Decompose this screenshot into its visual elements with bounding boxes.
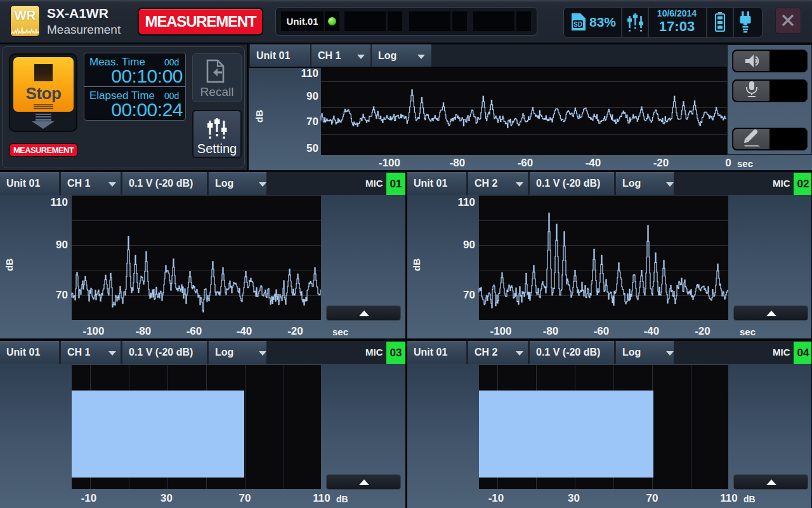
svg-text:SD: SD xyxy=(573,21,582,28)
